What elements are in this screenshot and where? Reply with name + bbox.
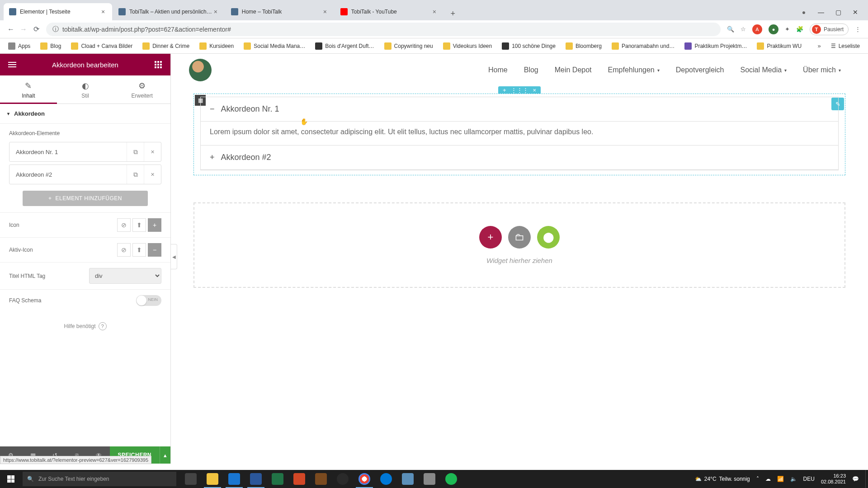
app-button[interactable]	[310, 470, 332, 488]
bookmark-item[interactable]: 100 schöne Dinge	[498, 41, 559, 52]
duplicate-icon[interactable]: ⧉	[127, 142, 144, 161]
remove-icon[interactable]: ×	[144, 165, 161, 184]
notifications-icon[interactable]: 💬	[852, 476, 859, 482]
volume-icon[interactable]: 🔈	[790, 476, 797, 482]
taskbar-search[interactable]: 🔍 Zur Suche Text hier eingeben	[23, 472, 176, 486]
reload-button[interactable]: ⟳	[30, 23, 42, 36]
word-button[interactable]	[245, 470, 267, 488]
tab-advanced[interactable]: ⚙ Erweitert	[113, 75, 170, 103]
accordion-item-closed[interactable]: + Akkordeon #2	[201, 145, 838, 170]
html-tag-select[interactable]: div	[89, 268, 161, 284]
nav-depot[interactable]: Mein Depot	[555, 66, 592, 74]
bookmarks-overflow-icon[interactable]: »	[814, 42, 824, 49]
browser-tab-active[interactable]: Elementor | Testseite ×	[4, 3, 112, 20]
site-logo[interactable]	[189, 59, 212, 81]
edge-button[interactable]	[375, 470, 397, 488]
collapse-sidebar-button[interactable]: ◀	[171, 244, 177, 269]
accordion-title[interactable]: − Akkordeon Nr. 1	[201, 97, 838, 121]
excel-button[interactable]	[267, 470, 288, 488]
browser-tab[interactable]: TobiTalk – Aktien und persönlich… ×	[113, 3, 225, 20]
remove-icon[interactable]: ×	[144, 142, 161, 161]
minus-icon[interactable]: −	[148, 243, 161, 257]
upload-icon[interactable]: ⬆	[132, 243, 146, 257]
network-icon[interactable]: 📶	[777, 476, 784, 482]
back-button[interactable]: ←	[5, 23, 17, 36]
zoom-icon[interactable]: 🔍	[727, 26, 734, 33]
forward-button[interactable]: →	[17, 23, 30, 36]
extension-icon[interactable]: A	[752, 24, 762, 34]
chrome-button[interactable]	[354, 470, 375, 488]
app-button[interactable]	[419, 470, 440, 488]
bookmark-item[interactable]: Bloomberg	[562, 41, 605, 52]
task-view-button[interactable]	[180, 470, 202, 488]
close-window-icon[interactable]: ✕	[851, 9, 860, 16]
menu-icon[interactable]: ⋮	[855, 26, 861, 33]
bookmark-item[interactable]: Dinner & Crime	[139, 41, 193, 52]
help-link[interactable]: Hilfe benötigt ?	[0, 311, 170, 341]
minimize-icon[interactable]: —	[816, 9, 826, 16]
browser-tab[interactable]: Home – TobiTalk ×	[226, 3, 334, 20]
widgets-panel-button[interactable]	[152, 59, 164, 70]
duplicate-icon[interactable]: ⧉	[127, 165, 144, 184]
bookmark-item[interactable]: Bois d'Argent Duft…	[311, 41, 377, 52]
add-template-button[interactable]: 🗀	[508, 226, 531, 249]
extensions-menu-icon[interactable]: 🧩	[796, 26, 803, 33]
clock[interactable]: 16:23 02.08.2021	[821, 473, 846, 485]
repeater-item[interactable]: Akkordeon #2 ⧉ ×	[9, 164, 161, 184]
bookmark-star-icon[interactable]: ☆	[741, 26, 746, 33]
nav-empfehlungen[interactable]: Empfehlungen▾	[608, 66, 660, 74]
bookmark-item[interactable]: Panoramabahn und…	[608, 41, 678, 52]
add-section-button[interactable]: +	[479, 226, 502, 249]
close-icon[interactable]: ×	[431, 8, 438, 15]
bookmark-item[interactable]: Blog	[37, 41, 65, 52]
drop-area[interactable]: + 🗀 ⬤ Widget hierher ziehen	[193, 202, 845, 288]
faq-toggle[interactable]: NEIN	[136, 295, 161, 306]
tab-content[interactable]: ✎ Inhalt	[0, 75, 57, 103]
profile-button[interactable]: T Pausiert	[810, 23, 849, 35]
bookmark-item[interactable]: Videokurs Ideen	[439, 41, 496, 52]
save-options-button[interactable]: ▴	[160, 446, 170, 464]
explorer-button[interactable]	[202, 470, 223, 488]
section-heading[interactable]: Akkordeon	[0, 104, 170, 124]
bookmark-item[interactable]: Praktikum WU	[753, 41, 805, 52]
tray-overflow-icon[interactable]: ˄	[756, 476, 759, 482]
account-icon[interactable]: ●	[799, 9, 808, 16]
accordion-title[interactable]: + Akkordeon #2	[201, 145, 838, 169]
powerpoint-button[interactable]	[288, 470, 310, 488]
repeater-item[interactable]: Akkordeon Nr. 1 ⧉ ×	[9, 142, 161, 162]
nav-vergleich[interactable]: Depotvergleich	[676, 66, 724, 74]
bookmark-item[interactable]: Kursideen	[196, 41, 237, 52]
bookmark-item[interactable]: Social Media Mana…	[240, 41, 309, 52]
nav-blog[interactable]: Blog	[524, 66, 538, 74]
close-icon[interactable]: ×	[321, 8, 329, 15]
weather-widget[interactable]: ⛅ 24°C Teilw. sonnig	[695, 476, 750, 482]
outlook-button[interactable]	[223, 470, 245, 488]
site-info-icon[interactable]: ⓘ	[52, 25, 59, 33]
reading-list-button[interactable]: ☰Leseliste	[827, 41, 863, 51]
tab-style[interactable]: ◐ Stil	[57, 75, 114, 103]
url-input[interactable]: ⓘ tobitalk.at/wp-admin/post.php?post=627…	[46, 23, 721, 36]
notepad-button[interactable]	[397, 470, 419, 488]
new-tab-button[interactable]: +	[446, 7, 460, 20]
obs-button[interactable]	[332, 470, 354, 488]
bookmark-item[interactable]: Praktikum Projektm…	[681, 41, 750, 52]
none-icon[interactable]: ⊘	[117, 243, 131, 257]
start-button[interactable]	[0, 470, 22, 488]
drag-section-icon[interactable]: ⋮⋮⋮	[511, 87, 528, 94]
language-indicator[interactable]: DEU	[803, 476, 815, 482]
nav-home[interactable]: Home	[488, 66, 508, 74]
envato-button[interactable]: ⬤	[537, 226, 560, 249]
plus-icon[interactable]: +	[148, 218, 161, 232]
nav-social[interactable]: Social Media▾	[740, 66, 787, 74]
delete-section-icon[interactable]: ×	[533, 87, 537, 94]
menu-button[interactable]	[6, 59, 18, 70]
close-icon[interactable]: ×	[99, 8, 107, 15]
close-icon[interactable]: ×	[212, 8, 219, 15]
show-desktop-button[interactable]	[865, 470, 868, 488]
spotify-button[interactable]	[440, 470, 462, 488]
maximize-icon[interactable]: ▢	[834, 9, 843, 16]
browser-tab[interactable]: TobiTalk - YouTube ×	[335, 3, 443, 20]
upload-icon[interactable]: ⬆	[132, 218, 146, 232]
add-item-button[interactable]: + ELEMENT HINZUFÜGEN	[23, 191, 148, 206]
none-icon[interactable]: ⊘	[117, 218, 131, 232]
